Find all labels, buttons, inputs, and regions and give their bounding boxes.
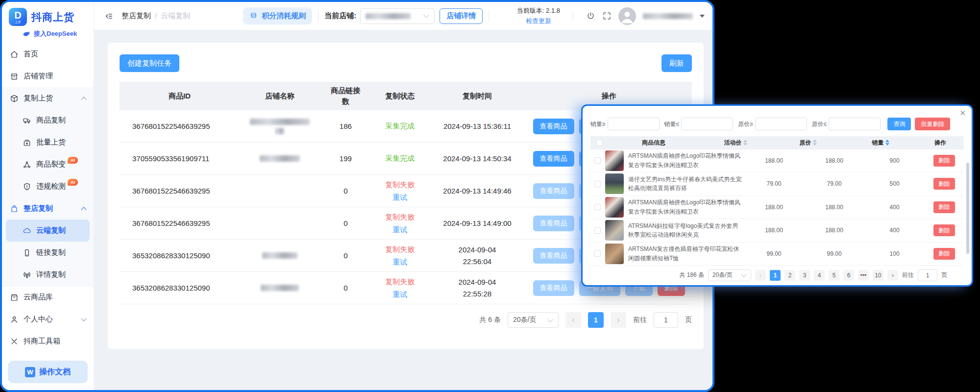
- sidebar-item-whole-store-copy[interactable]: 整店复制: [2, 197, 94, 220]
- shop-select[interactable]: [360, 8, 435, 24]
- row-checkbox[interactable]: [594, 227, 601, 234]
- product-image: [605, 197, 624, 218]
- delete-button[interactable]: 删除: [933, 224, 955, 236]
- goto-page-input[interactable]: [918, 270, 937, 281]
- page-number[interactable]: 2: [784, 270, 795, 281]
- view-products-button[interactable]: 查看商品: [533, 119, 574, 134]
- total-count: 共 6 条: [479, 316, 501, 324]
- sidebar-item-batch-upload[interactable]: 批量上货: [2, 131, 94, 153]
- sales-max-input[interactable]: [681, 118, 733, 130]
- col-copy-status: 复制状态: [371, 92, 429, 101]
- breadcrumb-whole-store-copy[interactable]: 整店复制: [122, 11, 151, 21]
- close-icon[interactable]: ✕: [959, 109, 966, 117]
- page-size-select[interactable]: 20条/页: [708, 270, 751, 281]
- view-products-button[interactable]: 查看商品: [533, 151, 574, 167]
- chevron-down-icon: [547, 317, 553, 322]
- username-blurred[interactable]: [643, 13, 693, 19]
- logo: D上货 抖商上货: [2, 2, 94, 28]
- batch-delete-button[interactable]: 批量删除: [915, 118, 950, 130]
- ai-badge: AI: [68, 179, 78, 186]
- col-original-price[interactable]: 原价: [772, 139, 844, 147]
- prev-page-button[interactable]: ‹: [565, 312, 581, 328]
- goto-page-input[interactable]: [654, 312, 678, 328]
- next-page-button[interactable]: ›: [887, 270, 898, 281]
- sidebar: D上货 抖商上货 接入DeepSeek 首页 店铺管理 复制上货: [2, 2, 94, 390]
- user-icon: [10, 315, 19, 324]
- sidebar-item-cloud-warehouse[interactable]: 云商品库: [2, 286, 94, 308]
- view-products-button[interactable]: 查看商品: [533, 216, 574, 231]
- topbar: 整店复制 / 云端复制 积分消耗规则 当前店铺: 店铺详情 当前版本: 2.1.…: [94, 2, 712, 30]
- sidebar-item-product-copy[interactable]: 商品复制: [2, 109, 94, 131]
- row-checkbox[interactable]: [594, 157, 601, 164]
- view-products-button[interactable]: 查看商品: [533, 280, 574, 296]
- page-number[interactable]: 5: [829, 270, 839, 281]
- page-size-select[interactable]: 20条/页: [508, 312, 559, 328]
- original-price: 188.00: [804, 157, 864, 164]
- create-copy-task-button[interactable]: 创建复制任务: [120, 54, 179, 72]
- avatar[interactable]: [618, 7, 636, 25]
- page-number[interactable]: 4: [814, 270, 825, 281]
- deepseek-entry[interactable]: 接入DeepSeek: [2, 28, 94, 43]
- points-rule-button[interactable]: 积分消耗规则: [243, 7, 312, 24]
- ai-badge: AI: [68, 157, 78, 164]
- page-number[interactable]: 6: [843, 270, 854, 281]
- shop-detail-button[interactable]: 店铺详情: [440, 8, 483, 24]
- row-checkbox[interactable]: [594, 250, 601, 257]
- sidebar-item-personal-center[interactable]: 个人中心: [2, 308, 94, 330]
- batch-upload-icon: [23, 138, 31, 147]
- fullscreen-icon[interactable]: [602, 11, 612, 21]
- product-title: ATRSMAN斜拉链字母logo美式复古外套男秋季宽松运动连帽休闲夹克: [628, 221, 744, 240]
- col-activity-price[interactable]: 活动价: [699, 139, 772, 147]
- retry-link[interactable]: 重试: [392, 223, 407, 236]
- page-number[interactable]: 3: [799, 270, 810, 281]
- col-product-id: 商品ID: [120, 92, 240, 101]
- sidebar-item-toolbox[interactable]: 抖商工具箱: [2, 330, 94, 352]
- page-number[interactable]: 10: [873, 270, 883, 281]
- page-ellipsis[interactable]: •••: [858, 270, 869, 281]
- select-all-checkbox[interactable]: [596, 140, 603, 146]
- delete-button[interactable]: 删除: [933, 155, 955, 167]
- app-title: 抖商上货: [31, 10, 74, 24]
- sidebar-item-violation-check[interactable]: 违规检测 AI: [2, 175, 94, 197]
- operation-doc-button[interactable]: W 操作文档: [8, 361, 88, 383]
- original-price: 188.00: [804, 227, 864, 234]
- page-number[interactable]: 1: [770, 270, 781, 281]
- delete-button[interactable]: 删除: [933, 178, 955, 190]
- sidebar-item-copy-upload[interactable]: 复制上货: [2, 87, 94, 109]
- row-checkbox[interactable]: [594, 204, 601, 210]
- collapse-sidebar-icon[interactable]: [104, 11, 114, 21]
- retry-link[interactable]: 重试: [392, 256, 407, 269]
- next-page-button[interactable]: ›: [611, 312, 626, 328]
- sidebar-item-link-copy[interactable]: 链接复制: [2, 242, 94, 264]
- power-icon[interactable]: [586, 11, 595, 21]
- sidebar-item-cloud-copy[interactable]: 云端复制: [6, 220, 90, 242]
- sales-min-input[interactable]: [608, 118, 660, 130]
- scrollbar[interactable]: [966, 163, 969, 254]
- user-menu-caret-icon[interactable]: [700, 15, 705, 18]
- page-number[interactable]: 1: [588, 312, 604, 328]
- chevron-down-icon: [81, 316, 86, 321]
- retry-link[interactable]: 重试: [392, 288, 407, 301]
- view-products-button[interactable]: 查看商品: [533, 248, 574, 264]
- view-products-button[interactable]: 查看商品: [533, 183, 574, 199]
- delete-button[interactable]: 删除: [933, 201, 955, 213]
- retry-link[interactable]: 重试: [392, 191, 407, 204]
- delete-button[interactable]: 删除: [933, 248, 955, 260]
- link-count: 199: [320, 154, 371, 163]
- refresh-button[interactable]: 刷新: [662, 54, 692, 72]
- sidebar-item-home[interactable]: 首页: [2, 43, 94, 65]
- deepseek-label: 接入DeepSeek: [34, 29, 77, 38]
- prev-page-button[interactable]: ‹: [755, 270, 766, 281]
- chevron-up-icon: [81, 97, 86, 102]
- sales-count: 100: [864, 250, 925, 257]
- price-min-input[interactable]: [755, 118, 807, 130]
- query-button[interactable]: 查询: [887, 118, 911, 130]
- sidebar-item-product-fission[interactable]: 商品裂变 AI: [2, 153, 94, 175]
- product-title: 港仔文艺男ins男士牛仔裤春大码美式男生宽松高街潮流直筒裤百搭: [628, 175, 744, 193]
- sidebar-item-shop-manage[interactable]: 店铺管理: [2, 65, 94, 87]
- check-update-link[interactable]: 检查更新: [517, 16, 560, 26]
- row-checkbox[interactable]: [594, 181, 601, 187]
- sidebar-item-detail-copy[interactable]: 详情复制: [2, 264, 94, 286]
- col-sales[interactable]: 销量: [844, 139, 917, 147]
- price-max-input[interactable]: [829, 118, 881, 130]
